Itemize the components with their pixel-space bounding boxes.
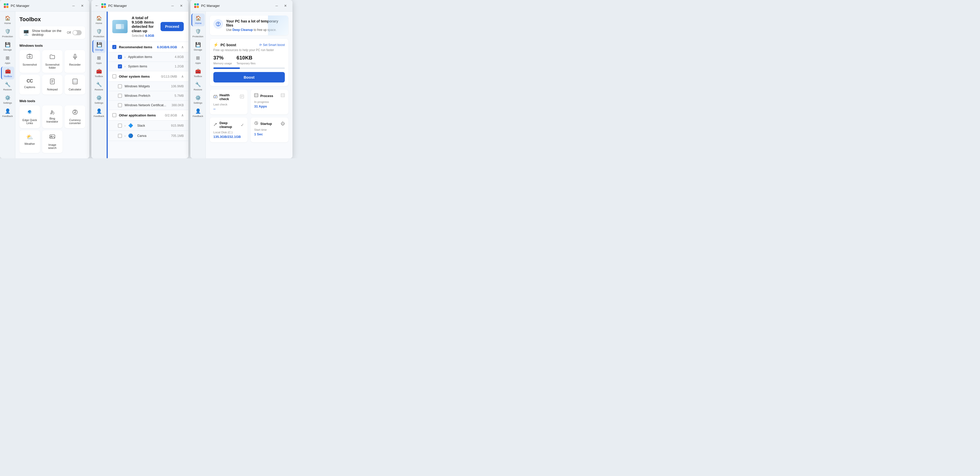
sidebar-item-protection-2[interactable]: 🛡️ Protection bbox=[92, 27, 106, 40]
startup-action-icon[interactable]: ⏻ bbox=[281, 121, 285, 126]
minimize-button-1[interactable]: ─ bbox=[70, 2, 77, 9]
tool-screenshot[interactable]: Screenshot bbox=[19, 50, 40, 73]
sidebar-item-home-2[interactable]: 🏠 Home bbox=[92, 14, 106, 26]
tool-bing-translator[interactable]: あ Bing translator bbox=[42, 105, 63, 128]
storage-subitem-widgets[interactable]: Windows Widgets 106.9MB bbox=[108, 81, 188, 91]
tool-calculator[interactable]: Calculator bbox=[65, 75, 85, 94]
sidebar-item-restore-3[interactable]: 🔧 Restore bbox=[191, 80, 205, 93]
tool-weather[interactable]: ⛅ Weather bbox=[19, 130, 40, 153]
sidebar-toolbox-label-2: Toolbox bbox=[95, 75, 103, 78]
network-cert-size: 388.0KB bbox=[172, 104, 184, 107]
sidebar-item-feedback-2[interactable]: 👤 Feedback bbox=[92, 107, 106, 119]
sidebar-3: 🏠 Home 🛡️ Protection 💾 Storage ⊞ Apps 🧰 … bbox=[190, 11, 206, 158]
close-button-3[interactable]: ✕ bbox=[282, 2, 289, 9]
close-button-2[interactable]: ✕ bbox=[178, 2, 185, 9]
sidebar-item-toolbox-1[interactable]: 🧰 Toolbox bbox=[1, 67, 14, 80]
checkbox-prefetch[interactable] bbox=[118, 94, 122, 98]
sidebar-feedback-label-2: Feedback bbox=[94, 115, 104, 117]
chevron-up-recommended: ∧ bbox=[181, 45, 184, 49]
tool-edge-quick-links[interactable]: Edge Quick Links bbox=[19, 105, 40, 128]
sidebar-item-toolbox-2[interactable]: 🧰 Toolbox bbox=[92, 67, 106, 80]
health-check-icon bbox=[213, 94, 218, 100]
health-check-action-icon[interactable] bbox=[240, 94, 244, 100]
sidebar-item-storage-2[interactable]: 💾 Storage bbox=[92, 40, 106, 53]
app-items-label: Application items bbox=[128, 55, 172, 59]
protection-icon-3: 🛡️ bbox=[195, 29, 201, 34]
sidebar-item-protection-1[interactable]: 🛡️ Protection bbox=[1, 27, 14, 40]
storage-subitem-slack[interactable]: › 🔷 Slack 915.9MB bbox=[108, 120, 188, 131]
checkbox-network-cert[interactable] bbox=[118, 103, 122, 107]
slack-size: 915.9MB bbox=[171, 124, 184, 128]
minimize-button-3[interactable]: ─ bbox=[273, 2, 280, 9]
minimize-button-2[interactable]: ─ bbox=[169, 2, 176, 9]
memory-label: Memory usage bbox=[213, 62, 232, 65]
toolbar-toggle-switch[interactable] bbox=[73, 30, 82, 35]
add-link-button[interactable]: + Add link bbox=[72, 158, 85, 158]
sidebar-toolbox-label-3: Toolbox bbox=[194, 75, 202, 78]
sidebar-item-apps-3[interactable]: ⊞ Apps bbox=[191, 53, 205, 66]
sidebar-item-settings-3[interactable]: ⚙️ Settings bbox=[191, 93, 205, 106]
checkbox-app-items[interactable]: ✓ bbox=[118, 55, 122, 59]
sidebar-item-toolbox-3[interactable]: 🧰 Toolbox bbox=[191, 67, 205, 80]
process-action-icon[interactable] bbox=[281, 93, 285, 98]
tool-recorder[interactable]: Recorder bbox=[65, 50, 85, 73]
storage-subitem-prefetch[interactable]: Windows Prefetch 5.7MB bbox=[108, 91, 188, 101]
svg-rect-52 bbox=[256, 96, 258, 96]
checkbox-other-system[interactable] bbox=[112, 74, 116, 78]
toolbox-icon-1: 🧰 bbox=[5, 69, 11, 74]
last-check-label: Last check bbox=[213, 103, 244, 106]
sidebar-item-storage-1[interactable]: 💾 Storage bbox=[1, 40, 14, 53]
sidebar-item-restore-1[interactable]: 🔧 Restore bbox=[1, 80, 14, 93]
sidebar-item-home-1[interactable]: 🏠 Home bbox=[1, 14, 14, 26]
deep-cleanup-link[interactable]: Deep Cleanup bbox=[232, 28, 253, 32]
sidebar-item-restore-2[interactable]: 🔧 Restore bbox=[92, 80, 106, 93]
sidebar-item-protection-3[interactable]: 🛡️ Protection bbox=[191, 27, 205, 40]
sidebar-item-settings-2[interactable]: ⚙️ Settings bbox=[92, 93, 106, 106]
storage-subitem-app-items[interactable]: ✓ › Application items 4.8GB bbox=[108, 52, 188, 62]
storage-subitem-canva[interactable]: › 🔵 Canva 705.1MB bbox=[108, 131, 188, 141]
sidebar-item-apps-2[interactable]: ⊞ Apps bbox=[92, 53, 106, 66]
tool-notepad[interactable]: Notepad bbox=[42, 75, 63, 94]
checkbox-slack[interactable] bbox=[118, 124, 122, 128]
chevron-right-canva: › bbox=[124, 134, 126, 137]
storage-section-header-other-app[interactable]: Other application items 0/2.8GB ∧ bbox=[108, 110, 188, 120]
image-search-icon bbox=[49, 134, 56, 142]
sidebar-item-storage-3[interactable]: 💾 Storage bbox=[191, 40, 205, 53]
titlebar-3: PC Manager ─ ✕ bbox=[190, 0, 293, 11]
smart-boost-button[interactable]: ⟳ Set Smart boost bbox=[259, 43, 285, 47]
close-button-1[interactable]: ✕ bbox=[79, 2, 86, 9]
canva-label: Canva bbox=[137, 134, 169, 137]
sidebar-toolbox-label-1: Toolbox bbox=[4, 75, 12, 78]
tool-currency-converter[interactable]: Currency converter bbox=[65, 105, 85, 128]
checkbox-system-items[interactable]: ✓ bbox=[118, 64, 122, 69]
window-controls-1: ─ ✕ bbox=[70, 2, 86, 9]
back-button[interactable]: ← bbox=[95, 3, 99, 8]
sidebar-item-home-3[interactable]: 🏠 Home bbox=[191, 14, 205, 26]
home-icon-2: 🏠 bbox=[96, 15, 102, 21]
tool-captions[interactable]: CC Captions bbox=[19, 75, 40, 94]
boost-button[interactable]: Boost bbox=[213, 72, 285, 83]
checkbox-other-app[interactable] bbox=[112, 113, 116, 117]
sidebar-item-apps-1[interactable]: ⊞ Apps bbox=[1, 53, 14, 66]
sidebar-item-feedback-3[interactable]: 👤 Feedback bbox=[191, 107, 205, 119]
storage-section-header-recommended[interactable]: ✓ Recommended items 6.0GB/6.0GB ∧ bbox=[108, 42, 188, 52]
proceed-button[interactable]: Proceed bbox=[161, 22, 184, 31]
storage-total-label: A total of 9.1GB items detected for clea… bbox=[132, 16, 156, 33]
sidebar-item-feedback-1[interactable]: 👤 Feedback bbox=[1, 107, 14, 119]
checkbox-widgets[interactable] bbox=[118, 84, 122, 88]
restore-icon-2: 🔧 bbox=[96, 82, 102, 87]
tool-screenshot-folder[interactable]: Screenshot folder bbox=[42, 50, 63, 73]
checkbox-canva[interactable] bbox=[118, 134, 122, 138]
storage-subitem-system-items[interactable]: ✓ › System items 1.2GB bbox=[108, 62, 188, 71]
sidebar-1: 🏠 Home 🛡️ Protection 💾 Storage ⊞ Apps 🧰 … bbox=[0, 11, 15, 158]
storage-main: A total of 9.1GB items detected for clea… bbox=[108, 11, 188, 158]
storage-section-header-other-sys[interactable]: Other system items 0/113.0MB ∧ bbox=[108, 71, 188, 81]
sidebar-item-settings-1[interactable]: ⚙️ Settings bbox=[1, 93, 14, 106]
svg-point-19 bbox=[75, 83, 75, 83]
storage-selected-row: Selected: 6.0GB bbox=[132, 34, 156, 38]
svg-rect-1 bbox=[6, 3, 8, 5]
checkbox-recommended[interactable]: ✓ bbox=[112, 45, 116, 49]
storage-subitem-network-cert[interactable]: Windows Network Certificat... 388.0KB bbox=[108, 101, 188, 110]
deep-cleanup-action-icon[interactable]: ✓ bbox=[241, 123, 244, 128]
tool-image-search[interactable]: Image search bbox=[42, 130, 63, 153]
